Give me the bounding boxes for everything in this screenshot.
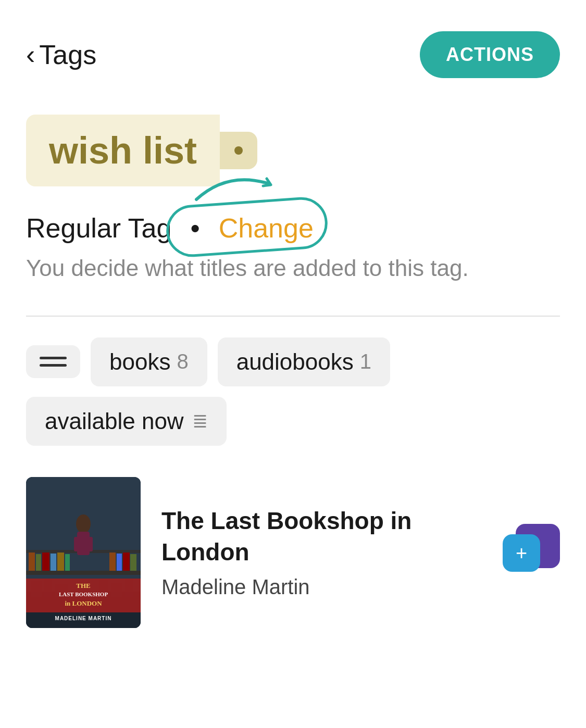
- sort-line-2: [40, 364, 67, 367]
- svg-rect-4: [36, 554, 41, 571]
- tag-type-row: Regular Tag • Change: [26, 212, 560, 244]
- svg-point-13: [76, 514, 91, 533]
- teal-arrow-annotation: [186, 168, 280, 205]
- tag-dot-icon: [234, 146, 243, 155]
- back-chevron-icon: ‹: [26, 39, 35, 70]
- svg-text:LAST BOOKSHOP: LAST BOOKSHOP: [59, 591, 108, 597]
- svg-text:MADELINE MARTIN: MADELINE MARTIN: [55, 616, 112, 621]
- svg-rect-9: [109, 553, 116, 571]
- svg-rect-10: [117, 554, 122, 571]
- actions-button[interactable]: ACTIONS: [420, 31, 560, 78]
- svg-rect-12: [130, 554, 136, 571]
- tag-description: You decide what titles are added to this…: [26, 252, 560, 284]
- svg-rect-8: [65, 554, 70, 571]
- tag-type-label: Regular Tag: [26, 212, 171, 244]
- book-info: The Last Bookshop in London Madeline Mar…: [161, 506, 482, 599]
- sort-line-1: [40, 357, 67, 359]
- svg-rect-1: [26, 571, 141, 575]
- bullet-separator: •: [190, 212, 200, 244]
- svg-text:in LONDON: in LONDON: [65, 599, 102, 607]
- add-book-icon: +: [503, 524, 560, 581]
- filter-tabs-row1: books 8 audiobooks 1: [0, 337, 586, 386]
- tag-type-section: Regular Tag • Change You decide what tit…: [0, 197, 586, 290]
- available-now-filter-tab[interactable]: available now ≣: [26, 397, 227, 446]
- back-label: Tags: [39, 39, 96, 70]
- tag-dot-tab[interactable]: [220, 132, 257, 169]
- available-now-label: available now: [45, 408, 184, 434]
- svg-rect-6: [51, 554, 56, 571]
- book-cover[interactable]: New York TimesBESTSELLER: [26, 477, 141, 628]
- svg-rect-15: [74, 537, 80, 551]
- svg-text:THE: THE: [76, 582, 90, 589]
- books-filter-tab[interactable]: books 8: [91, 337, 207, 386]
- filter-funnel-icon: ≣: [192, 410, 208, 432]
- change-tag-type-link[interactable]: Change: [219, 212, 314, 244]
- audiobooks-count: 1: [360, 350, 371, 373]
- book-action-button[interactable]: +: [503, 524, 560, 581]
- audiobooks-filter-tab[interactable]: audiobooks 1: [218, 337, 390, 386]
- audiobooks-label: audiobooks: [236, 349, 354, 375]
- books-count: 8: [177, 350, 188, 373]
- book-title: The Last Bookshop in London: [161, 506, 482, 568]
- svg-rect-16: [86, 537, 93, 551]
- plus-icon: +: [516, 543, 527, 563]
- svg-rect-3: [29, 553, 35, 571]
- book-list: New York TimesBESTSELLER: [0, 446, 586, 628]
- sort-button[interactable]: [26, 345, 80, 378]
- tag-name-text: wish list: [49, 130, 197, 171]
- section-divider: [26, 316, 560, 317]
- book-cover-illustration: THE LAST BOOKSHOP in LONDON MADELINE MAR…: [26, 477, 141, 628]
- tag-title-area: wish list: [0, 99, 586, 197]
- header: ‹ Tags ACTIONS: [0, 0, 586, 99]
- add-button-foreground: +: [503, 534, 540, 572]
- svg-rect-11: [123, 553, 130, 571]
- book-cover-image: New York TimesBESTSELLER: [26, 477, 141, 628]
- table-row: New York TimesBESTSELLER: [26, 477, 560, 628]
- svg-rect-5: [42, 553, 49, 571]
- filter-tabs-row2: available now ≣: [0, 386, 586, 446]
- change-circle-wrapper: • Change: [181, 212, 313, 244]
- book-author: Madeline Martin: [161, 575, 482, 599]
- books-label: books: [109, 349, 170, 375]
- svg-rect-7: [57, 553, 64, 571]
- back-button[interactable]: ‹ Tags: [26, 39, 96, 70]
